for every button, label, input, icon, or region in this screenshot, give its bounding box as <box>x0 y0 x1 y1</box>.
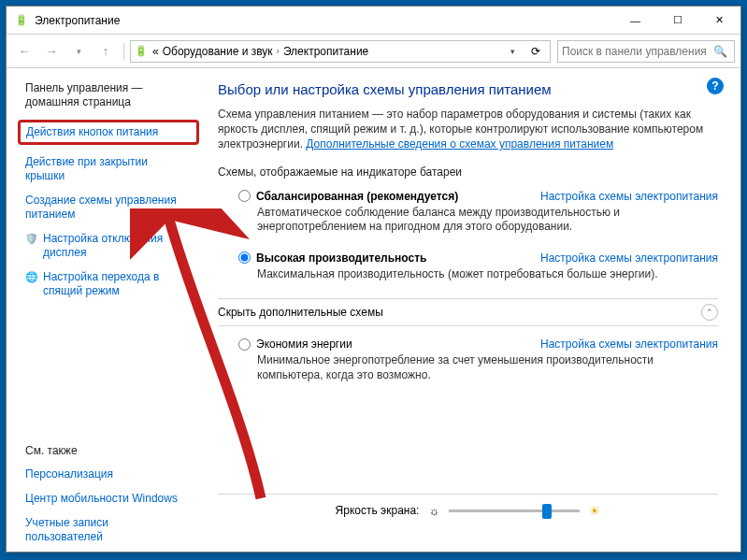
slider-thumb[interactable] <box>542 504 552 519</box>
intro-text: Схема управления питанием — это набор па… <box>218 107 718 152</box>
control-panel-home[interactable]: Панель управления — домашняя страница <box>25 81 199 109</box>
sun-bright-icon: ☀ <box>589 504 600 518</box>
up-button[interactable]: ↑ <box>93 39 118 64</box>
link-more-info[interactable]: Дополнительные сведения о схемах управле… <box>306 137 613 151</box>
shield-icon: 🛡️ <box>25 233 38 245</box>
plan-high-label[interactable]: Высокая производительность <box>256 251 426 265</box>
plan-energy-saver: Экономия энергии Настройка схемы электро… <box>218 337 718 382</box>
hidden-plans-label: Скрыть дополнительные схемы <box>218 306 383 319</box>
globe-icon: 🌐 <box>25 271 38 283</box>
body: Панель управления — домашняя страница Де… <box>7 68 740 552</box>
refresh-button[interactable]: ⟳ <box>525 45 546 58</box>
radio-balanced[interactable] <box>238 190 251 202</box>
plan-balanced-desc: Автоматическое соблюдение баланса между … <box>238 206 718 235</box>
forward-button[interactable]: → <box>39 39 64 64</box>
plan-high-desc: Максимальная производительность (может п… <box>238 267 718 282</box>
collapse-icon[interactable]: ⌃ <box>701 304 718 321</box>
highlight-box: Действия кнопок питания <box>18 120 199 145</box>
plan-eco-label[interactable]: Экономия энергии <box>256 337 352 351</box>
link-high-settings[interactable]: Настройка схемы электропитания <box>540 251 718 265</box>
link-power-button-actions[interactable]: Действия кнопок питания <box>26 125 158 138</box>
address-icon: 🔋 <box>135 45 148 57</box>
link-mobility-center[interactable]: Центр мобильности Windows <box>25 492 199 506</box>
link-personalization[interactable]: Персонализация <box>25 467 199 481</box>
breadcrumb: « Оборудование и звук › Электропитание <box>152 45 368 58</box>
link-eco-settings[interactable]: Настройка схемы электропитания <box>540 337 718 351</box>
window: 🔋 Электропитание — ☐ ✕ ← → ▾ ↑ 🔋 « Обору… <box>6 6 741 553</box>
link-balanced-settings[interactable]: Настройка схемы электропитания <box>540 190 718 203</box>
radio-high-performance[interactable] <box>238 251 251 264</box>
breadcrumb-prefix: « <box>152 45 159 58</box>
link-user-accounts[interactable]: Учетные записи пользователей <box>25 516 199 544</box>
app-icon: 🔋 <box>14 13 29 28</box>
section-battery-plans: Схемы, отображаемые на индикаторе батаре… <box>218 165 718 179</box>
radio-energy-saver[interactable] <box>238 338 251 351</box>
plan-eco-desc: Минимальное энергопотребление за счет ум… <box>238 353 718 382</box>
back-button[interactable]: ← <box>12 39 36 64</box>
link-lid-close-action[interactable]: Действие при закрытии крышки <box>25 155 199 183</box>
page-title: Выбор или настройка схемы управления пит… <box>218 81 718 97</box>
hidden-plans-header[interactable]: Скрыть дополнительные схемы ⌃ <box>218 298 718 326</box>
window-title: Электропитание <box>35 14 614 27</box>
maximize-button[interactable]: ☐ <box>656 7 698 34</box>
search-input[interactable] <box>562 45 711 58</box>
see-also-label: См. также <box>25 444 199 457</box>
plan-high-performance: Высокая производительность Настройка схе… <box>218 251 718 282</box>
navbar: ← → ▾ ↑ 🔋 « Оборудование и звук › Электр… <box>7 35 740 68</box>
brightness-slider[interactable] <box>449 510 580 512</box>
help-icon[interactable]: ? <box>707 78 724 94</box>
brightness-label: Яркость экрана: <box>336 504 420 517</box>
breadcrumb-item[interactable]: Электропитание <box>283 45 368 58</box>
close-button[interactable]: ✕ <box>698 7 740 34</box>
plan-balanced-label[interactable]: Сбалансированная (рекомендуется) <box>256 190 458 203</box>
sun-dim-icon: ☼ <box>428 504 439 518</box>
breadcrumb-item[interactable]: Оборудование и звук <box>163 45 273 58</box>
search-icon[interactable]: 🔍 <box>711 45 730 58</box>
titlebar: 🔋 Электропитание — ☐ ✕ <box>7 7 740 35</box>
plan-balanced: Сбалансированная (рекомендуется) Настрой… <box>218 190 718 235</box>
chevron-right-icon: › <box>277 46 280 56</box>
link-display-off[interactable]: Настройка отключения дисплея <box>43 232 163 260</box>
link-create-power-plan[interactable]: Создание схемы управления питанием <box>25 194 199 222</box>
sidebar: Панель управления — домашняя страница Де… <box>7 68 207 552</box>
address-dropdown[interactable]: ▾ <box>505 47 521 56</box>
recent-dropdown[interactable]: ▾ <box>66 39 91 64</box>
link-sleep-settings[interactable]: Настройка перехода в спящий режим <box>43 270 159 298</box>
search-box[interactable]: 🔍 <box>557 40 735 63</box>
minimize-button[interactable]: — <box>614 7 656 34</box>
address-bar[interactable]: 🔋 « Оборудование и звук › Электропитание… <box>130 40 551 63</box>
nav-separator <box>123 43 124 60</box>
brightness-bar: Яркость экрана: ☼ ☀ <box>218 494 718 527</box>
main-content: ? Выбор или настройка схемы управления п… <box>207 68 740 552</box>
